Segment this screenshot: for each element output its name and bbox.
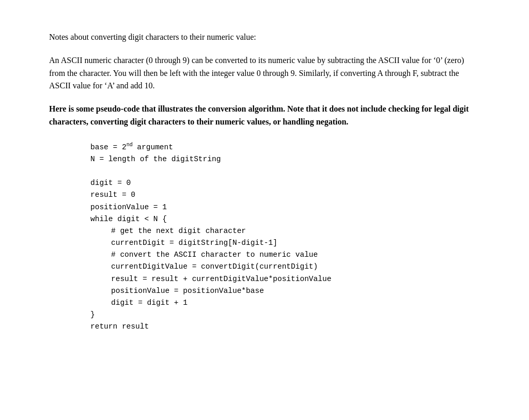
ascii-paragraph: An ASCII numeric character (0 through 9)… <box>49 54 480 92</box>
code-line-16: return result <box>90 321 480 333</box>
code-base-text: base = 2nd argument <box>90 143 173 151</box>
code-line-15: } <box>90 309 480 321</box>
code-block: base = 2nd argument N = length of the di… <box>90 141 480 333</box>
code-line-5: result = 0 <box>90 189 480 201</box>
code-line-11: currentDigitValue = convertDigit(current… <box>90 261 480 273</box>
code-line-2: N = length of the digitString <box>90 153 480 165</box>
code-line-12: result = result + currentDigitValue*posi… <box>90 273 480 285</box>
code-argument: argument <box>133 143 173 151</box>
code-line-3 <box>90 165 480 177</box>
code-line-10: # convert the ASCII character to numeric… <box>90 249 480 261</box>
code-line-9: currentDigit = digitString[N-digit-1] <box>90 237 480 249</box>
code-line-8: # get the next digit character <box>90 225 480 237</box>
content-wrapper: Notes about converting digit characters … <box>49 31 480 333</box>
heading-paragraph: Notes about converting digit characters … <box>49 31 480 44</box>
code-line-7: while digit < N { <box>90 213 480 225</box>
code-line-4: digit = 0 <box>90 177 480 189</box>
code-line-13: positionValue = positionValue*base <box>90 285 480 297</box>
code-line-6: positionValue = 1 <box>90 201 480 213</box>
pseudocode-intro: Here is some pseudo-code that illustrate… <box>49 103 480 129</box>
code-line-14: digit = digit + 1 <box>90 297 480 309</box>
code-line-1: base = 2nd argument <box>90 141 480 153</box>
superscript-nd: nd <box>127 142 133 148</box>
